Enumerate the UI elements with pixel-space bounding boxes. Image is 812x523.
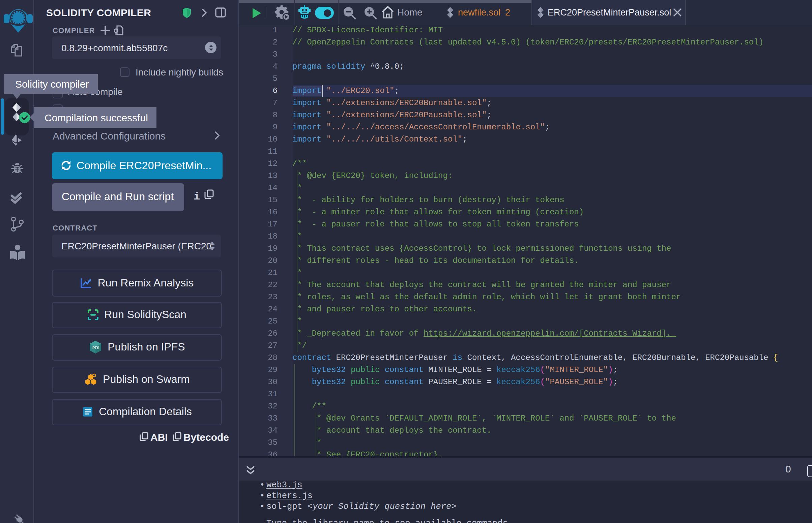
svg-text:IPFS: IPFS bbox=[91, 346, 99, 350]
